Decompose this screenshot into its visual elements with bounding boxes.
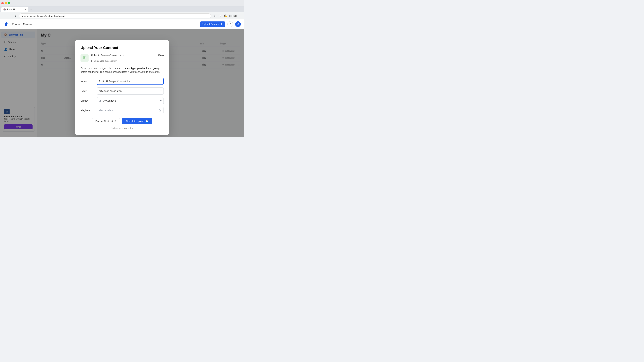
group-field-row: Group* 🗂 My Contracts ▾ [80, 97, 164, 104]
tab-favicon: 🤖 [3, 8, 6, 10]
active-tab[interactable]: 🤖 Robin AI ✕ [1, 7, 28, 12]
progress-bar [91, 58, 164, 58]
file-check-icon [82, 55, 86, 60]
info-bold-name: name [124, 67, 130, 69]
review-nav-link[interactable]: Review [12, 23, 20, 25]
svg-line-8 [159, 109, 161, 111]
info-bold-playbook: playbook [137, 67, 148, 69]
help-icon: ? [230, 23, 231, 25]
window-maximize-button[interactable] [8, 2, 10, 4]
file-info: Robin AI Sample Contract.docx 100% File … [91, 54, 164, 62]
browser-actions: ☆ ⬇ 🕵 Incognito ⋮ [212, 14, 242, 18]
tabs-bar: 🤖 Robin AI ✕ + [0, 6, 244, 12]
type-label: Type* [80, 90, 94, 92]
company-name-display: Moodjoy [23, 23, 32, 25]
file-status: File uploaded successfully! [91, 60, 117, 62]
svg-point-3 [7, 23, 7, 23]
group-value-text: My Contracts [102, 99, 116, 102]
complete-upload-button[interactable]: Complete Upload 💾 [122, 118, 152, 124]
incognito-indicator: 🕵 [223, 14, 228, 18]
type-select-value: Articles of Association [99, 90, 122, 92]
discard-label: Discard Contract [96, 120, 113, 122]
topbar-actions: Upload Contract ⬆ ? LD [200, 21, 241, 27]
group-select[interactable]: 🗂 My Contracts ▾ [96, 97, 164, 104]
upload-icon: ⬆ [221, 23, 223, 25]
info-bold-type: type [131, 67, 136, 69]
title-bar [0, 0, 244, 6]
incognito-label: Incognito [228, 15, 237, 17]
reload-button[interactable]: ↻ [14, 14, 18, 18]
window-minimize-button[interactable] [5, 2, 7, 4]
user-avatar-button[interactable]: LD [235, 21, 241, 27]
new-tab-button[interactable]: + [29, 7, 34, 12]
complete-label: Complete Upload [126, 120, 144, 122]
file-name: Robin AI Sample Contract.docx [91, 54, 124, 57]
browser-chrome: 🤖 Robin AI ✕ + ← → ↻ app.robinai.co.uk/r… [0, 0, 244, 19]
app-logo [3, 21, 9, 27]
info-bold-group: group [153, 67, 160, 69]
address-input[interactable]: app.robinai.co.uk/review/contract-hub/up… [19, 13, 211, 18]
playbook-disabled-icon [158, 109, 162, 112]
upload-contract-modal: Upload Your Contract Robin AI Sample Con… [75, 40, 169, 135]
app-container: 🏠 Contract Hub ⊞ Groups 👤 Users ⚙ Settin… [0, 29, 244, 137]
app-topbar: Review Moodjoy Upload Contract ⬆ ? LD [0, 19, 244, 29]
trash-icon: 🗑 [114, 120, 116, 122]
more-options-button[interactable]: ⋮ [238, 14, 242, 18]
robin-ai-logo [3, 21, 9, 27]
type-select[interactable]: Articles of Association ▾ [96, 87, 164, 94]
tab-close-button[interactable]: ✕ [25, 8, 26, 10]
avatar-initials: LD [237, 23, 239, 25]
folder-icon: 🗂 [99, 99, 101, 102]
type-chevron-icon: ▾ [160, 90, 162, 92]
svg-point-2 [7, 23, 8, 24]
info-text: Ensure you have assigned the contract a … [80, 66, 164, 74]
svg-rect-6 [85, 56, 86, 56]
name-field-row: Name* [80, 78, 164, 85]
file-percent: 100% [158, 54, 164, 57]
bookmark-button[interactable]: ☆ [212, 14, 217, 18]
window-close-button[interactable] [1, 2, 4, 4]
tab-title: Robin AI [7, 8, 15, 10]
window-controls [1, 2, 10, 4]
progress-bar-fill [91, 58, 164, 58]
back-button[interactable]: ← [2, 14, 6, 18]
playbook-select[interactable]: Please select [96, 107, 164, 114]
playbook-label: Playbook [80, 109, 94, 112]
discard-contract-button[interactable]: Discard Contract 🗑 [92, 118, 120, 124]
playbook-field-row: Playbook Please select [80, 107, 164, 114]
modal-actions: Discard Contract 🗑 Complete Upload 💾 [80, 118, 164, 124]
address-bar: ← → ↻ app.robinai.co.uk/review/contract-… [0, 12, 244, 19]
save-icon: 💾 [146, 120, 148, 122]
type-value-text: Articles of Association [99, 90, 122, 92]
upload-contract-button[interactable]: Upload Contract ⬆ [200, 21, 226, 27]
file-icon-box [80, 54, 88, 62]
name-label: Name* [80, 80, 94, 83]
forward-button[interactable]: → [8, 14, 12, 18]
group-chevron-icon: ▾ [160, 99, 162, 102]
help-button[interactable]: ? [228, 21, 233, 27]
upload-contract-label: Upload Contract [202, 23, 219, 25]
group-select-value: 🗂 My Contracts [99, 99, 116, 102]
playbook-placeholder-text: Please select [99, 109, 113, 112]
group-label: Group* [80, 99, 94, 102]
type-field-row: Type* Articles of Association ▾ [80, 87, 164, 94]
name-input[interactable] [96, 78, 164, 85]
file-upload-row: Robin AI Sample Contract.docx 100% File … [80, 54, 164, 62]
required-note: *Indicates a required field [80, 127, 164, 129]
downloads-button[interactable]: ⬇ [218, 14, 222, 18]
url-display: app.robinai.co.uk/review/contract-hub/up… [22, 15, 65, 17]
modal-title: Upload Your Contract [80, 45, 164, 50]
file-header: Robin AI Sample Contract.docx 100% [91, 54, 164, 57]
modal-overlay: Upload Your Contract Robin AI Sample Con… [0, 29, 244, 137]
